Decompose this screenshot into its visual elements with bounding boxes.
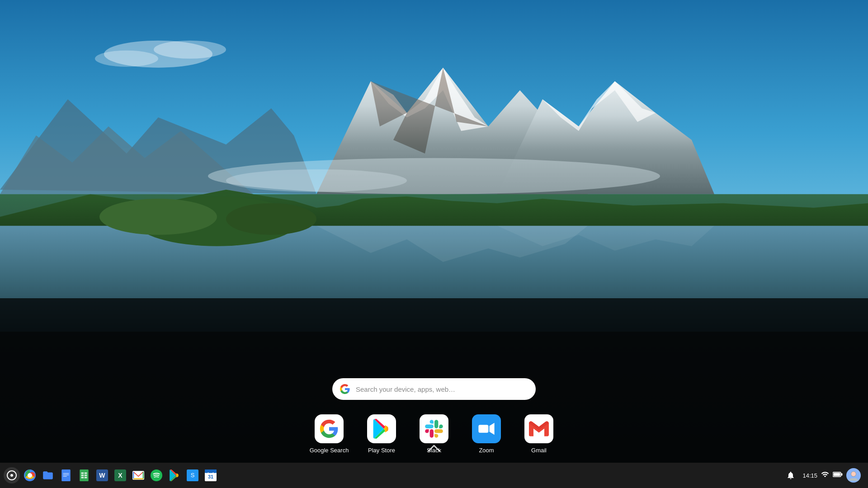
up-chevron[interactable] [427, 443, 441, 455]
taskbar-left: W X [4, 467, 783, 483]
svg-rect-31 [63, 474, 69, 475]
docs-icon [61, 469, 71, 481]
taskbar-play-store[interactable] [166, 467, 183, 483]
zoom-icon-container [472, 414, 501, 443]
app-item-zoom[interactable]: Zoom [468, 414, 505, 454]
launcher-button[interactable] [4, 467, 20, 483]
user-avatar[interactable] [846, 468, 861, 483]
svg-rect-39 [85, 477, 87, 478]
svg-rect-36 [81, 474, 84, 476]
files-icon [42, 469, 54, 481]
taskbar-excel[interactable]: X [112, 467, 128, 483]
svg-rect-33 [80, 469, 89, 481]
svg-rect-29 [61, 469, 71, 481]
battery-status [833, 471, 843, 479]
slack-icon-container [420, 414, 448, 443]
play-store-icon-container [367, 414, 396, 443]
svg-point-19 [99, 199, 217, 235]
bell-icon [786, 471, 795, 480]
svg-rect-34 [81, 473, 84, 474]
svg-rect-32 [63, 476, 67, 477]
app-label-google-search: Google Search [310, 447, 349, 454]
clock: 14:15 [802, 472, 817, 479]
chrome-icon [24, 469, 36, 481]
svg-text:S: S [191, 472, 195, 479]
zoom-icon [476, 419, 496, 439]
svg-point-57 [851, 472, 856, 476]
battery-icon [833, 471, 843, 478]
svg-point-3 [95, 51, 158, 67]
taskbar-docs[interactable] [58, 467, 74, 483]
wifi-status [821, 470, 829, 480]
svg-text:X: X [118, 472, 123, 479]
svg-point-28 [28, 474, 32, 477]
svg-text:W: W [99, 472, 105, 479]
app-label-play-store: Play Store [368, 447, 395, 454]
slack-icon [425, 420, 443, 438]
sheets-icon [79, 469, 89, 481]
stadia-icon: S [187, 469, 198, 481]
app-label-gmail: Gmail [531, 447, 547, 454]
taskbar-gmail[interactable] [130, 467, 146, 483]
taskbar-spotify[interactable] [148, 467, 165, 483]
app-item-google-search[interactable]: Google Search [311, 414, 347, 454]
svg-rect-52 [212, 473, 213, 475]
svg-rect-37 [85, 474, 87, 476]
svg-text:31: 31 [208, 474, 213, 479]
taskbar-word[interactable]: W [94, 467, 110, 483]
taskbar-calendar[interactable]: 31 [203, 467, 219, 483]
gmail-taskbar-icon [132, 470, 144, 480]
svg-rect-22 [478, 425, 488, 433]
svg-rect-38 [81, 477, 84, 478]
svg-rect-30 [63, 473, 69, 474]
taskbar-sheets[interactable] [76, 467, 92, 483]
chevron-up-icon [427, 444, 441, 453]
launcher-icon [6, 470, 17, 481]
notification-bell[interactable] [783, 467, 799, 483]
svg-point-12 [226, 169, 407, 192]
search-bar[interactable]: Search your device, apps, web… [332, 378, 536, 400]
google-g-logo [340, 384, 350, 394]
app-label-zoom: Zoom [479, 447, 494, 454]
svg-point-2 [154, 41, 226, 59]
svg-rect-54 [841, 474, 843, 476]
svg-rect-49 [205, 469, 217, 473]
app-item-gmail[interactable]: Gmail [521, 414, 557, 454]
search-placeholder: Search your device, apps, web… [356, 385, 528, 393]
svg-rect-51 [208, 473, 209, 475]
gmail-icon [529, 419, 549, 439]
svg-rect-35 [85, 473, 87, 474]
svg-point-25 [10, 474, 13, 477]
avatar-image [847, 469, 860, 482]
play-store-icon [372, 419, 392, 439]
google-search-icon [319, 419, 339, 439]
taskbar-stadia[interactable]: S [184, 467, 201, 483]
spotify-icon [151, 469, 162, 481]
wifi-icon [821, 470, 829, 479]
taskbar-status-area: 14:15 [783, 467, 864, 483]
play-store-taskbar-icon [169, 469, 180, 481]
excel-icon: X [114, 469, 126, 481]
taskbar-chrome[interactable] [22, 467, 38, 483]
calendar-icon: 31 [205, 469, 217, 481]
svg-rect-55 [834, 473, 840, 476]
taskbar-files[interactable] [40, 467, 56, 483]
svg-point-20 [226, 203, 316, 235]
word-icon: W [96, 469, 108, 481]
taskbar: W X [0, 463, 868, 488]
google-search-icon-container [315, 414, 344, 443]
gmail-icon-container [524, 414, 553, 443]
app-item-play-store[interactable]: Play Store [363, 414, 400, 454]
